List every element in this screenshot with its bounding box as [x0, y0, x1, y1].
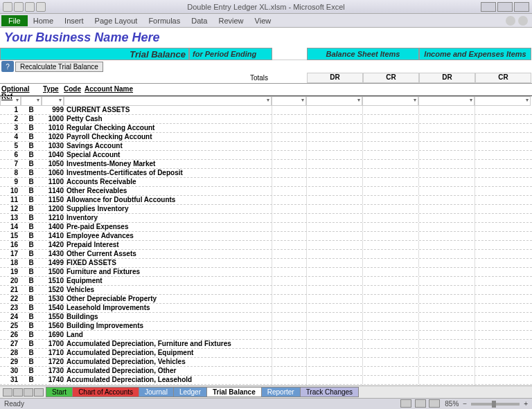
cell[interactable]	[272, 187, 306, 195]
row-code[interactable]: 1540	[42, 304, 64, 312]
table-row[interactable]: 1B999CURRENT ASSETS	[0, 106, 532, 115]
table-row[interactable]: 10B1140Other Receivables	[0, 187, 532, 196]
table-row[interactable]: 31B1740Accumulated Depreciation, Leaseho…	[0, 376, 532, 385]
row-code[interactable]: 1720	[42, 358, 64, 366]
row-code[interactable]: 1200	[42, 205, 64, 213]
tab-view[interactable]: View	[249, 15, 277, 26]
close-button[interactable]	[514, 2, 529, 12]
table-row[interactable]: 28B1710Accumulated Depreciation, Equipme…	[0, 349, 532, 358]
row-number[interactable]: 25	[0, 322, 21, 330]
cell-cr2[interactable]	[475, 349, 531, 357]
cell-dr2[interactable]	[418, 259, 475, 267]
row-type[interactable]: B	[21, 349, 42, 357]
cell-cr2[interactable]	[475, 313, 531, 321]
filter-6[interactable]	[306, 96, 362, 106]
cell-cr[interactable]	[362, 313, 418, 321]
cell-cr[interactable]	[362, 277, 418, 285]
data-table[interactable]: 1B999CURRENT ASSETS2B1000Petty Cash3B101…	[0, 106, 532, 393]
cell-dr[interactable]	[306, 223, 362, 231]
cell-cr2[interactable]	[475, 331, 531, 339]
cell-cr[interactable]	[362, 124, 418, 132]
row-type[interactable]: B	[21, 214, 42, 222]
row-account-name[interactable]: CURRENT ASSETS	[64, 106, 272, 114]
cell-cr2[interactable]	[475, 115, 531, 123]
cell-dr[interactable]	[306, 205, 362, 213]
cell-dr2[interactable]	[418, 376, 475, 384]
cell[interactable]	[272, 196, 306, 204]
cell-dr[interactable]	[306, 322, 362, 330]
cell-dr2[interactable]	[418, 187, 475, 195]
row-type[interactable]: B	[21, 286, 42, 294]
row-code[interactable]: 1690	[42, 331, 64, 339]
table-row[interactable]: 2B1000Petty Cash	[0, 115, 532, 124]
tab-prev-icon[interactable]	[13, 388, 23, 397]
row-type[interactable]: B	[21, 160, 42, 168]
row-type[interactable]: B	[21, 250, 42, 258]
row-number[interactable]: 12	[0, 205, 21, 213]
cell-dr2[interactable]	[418, 115, 475, 123]
cell-dr[interactable]	[306, 115, 362, 123]
cell-dr2[interactable]	[418, 196, 475, 204]
table-row[interactable]: 17B1430Other Current Assets	[0, 250, 532, 259]
cell-cr[interactable]	[362, 358, 418, 366]
row-type[interactable]: B	[21, 277, 42, 285]
page-break-view-icon[interactable]	[429, 399, 440, 408]
cell-cr2[interactable]	[475, 169, 531, 177]
cell-dr2[interactable]	[418, 250, 475, 258]
cell-cr[interactable]	[362, 133, 418, 141]
cell[interactable]	[272, 106, 306, 114]
table-row[interactable]: 3B1010Regular Checking Account	[0, 124, 532, 133]
cell-dr[interactable]	[306, 367, 362, 375]
cell-dr[interactable]	[306, 286, 362, 294]
tab-insert[interactable]: Insert	[59, 15, 89, 26]
cell-dr[interactable]	[306, 304, 362, 312]
row-number[interactable]: 19	[0, 268, 21, 276]
cell-cr2[interactable]	[475, 124, 531, 132]
row-code[interactable]: 1030	[42, 142, 64, 150]
dr-header-2[interactable]: DR	[419, 73, 475, 83]
sheet-tab-trial-balance[interactable]: Trial Balance	[206, 387, 262, 397]
tab-formulas[interactable]: Formulas	[143, 15, 186, 26]
sheet-tab-track-changes[interactable]: Track Changes	[300, 387, 359, 397]
row-type[interactable]: B	[21, 358, 42, 366]
cell-cr[interactable]	[362, 259, 418, 267]
cell-cr2[interactable]	[475, 295, 531, 303]
cell-dr2[interactable]	[418, 151, 475, 159]
cell-dr[interactable]	[306, 151, 362, 159]
row-code[interactable]: 1410	[42, 232, 64, 240]
row-code[interactable]: 1710	[42, 349, 64, 357]
cell-cr[interactable]	[362, 151, 418, 159]
row-number[interactable]: 3	[0, 124, 21, 132]
row-code[interactable]: 1000	[42, 115, 64, 123]
row-number[interactable]: 16	[0, 241, 21, 249]
table-row[interactable]: 5B1030Savings Account	[0, 142, 532, 151]
row-code[interactable]: 1500	[42, 268, 64, 276]
cell[interactable]	[272, 133, 306, 141]
cell-cr2[interactable]	[475, 358, 531, 366]
cell[interactable]	[272, 241, 306, 249]
row-type[interactable]: B	[21, 268, 42, 276]
cell-cr2[interactable]	[475, 187, 531, 195]
cell-dr2[interactable]	[418, 241, 475, 249]
row-type[interactable]: B	[21, 133, 42, 141]
row-number[interactable]: 20	[0, 277, 21, 285]
tab-first-icon[interactable]	[3, 388, 12, 397]
cell-cr2[interactable]	[475, 232, 531, 240]
cell-cr[interactable]	[362, 223, 418, 231]
cell[interactable]	[272, 223, 306, 231]
cell-dr[interactable]	[306, 187, 362, 195]
row-account-name[interactable]: Supplies Inventory	[64, 205, 272, 213]
cell-dr2[interactable]	[418, 295, 475, 303]
row-number[interactable]: 22	[0, 295, 21, 303]
balance-sheet-header[interactable]: Balance Sheet Items	[307, 48, 419, 60]
worksheet[interactable]: Your Business Name Here Trial Balance fo…	[0, 28, 532, 393]
row-type[interactable]: B	[21, 232, 42, 240]
table-row[interactable]: 16B1420Prepaid Interest	[0, 241, 532, 250]
row-type[interactable]: B	[21, 241, 42, 249]
table-row[interactable]: 20B1510Equipment	[0, 277, 532, 286]
cell-dr[interactable]	[306, 124, 362, 132]
cell-cr[interactable]	[362, 205, 418, 213]
cell-cr2[interactable]	[475, 214, 531, 222]
col-optional-ref[interactable]: Optional Ref	[0, 84, 42, 96]
cell[interactable]	[272, 286, 306, 294]
